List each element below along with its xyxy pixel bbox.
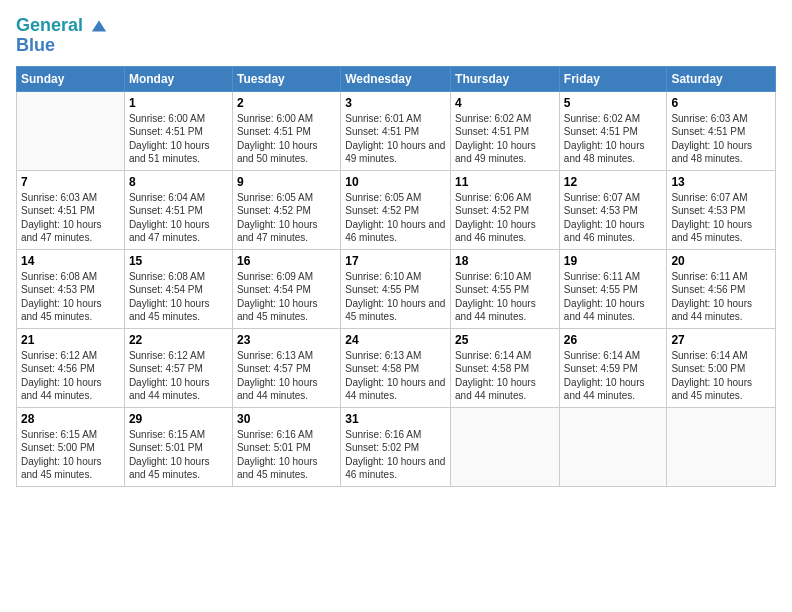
day-info: Sunrise: 6:12 AMSunset: 4:56 PMDaylight:… xyxy=(21,349,120,403)
day-info: Sunrise: 6:10 AMSunset: 4:55 PMDaylight:… xyxy=(345,270,446,324)
logo-blue: Blue xyxy=(16,36,108,56)
day-number: 25 xyxy=(455,333,555,347)
calendar-cell: 27Sunrise: 6:14 AMSunset: 5:00 PMDayligh… xyxy=(667,328,776,407)
calendar-cell: 19Sunrise: 6:11 AMSunset: 4:55 PMDayligh… xyxy=(559,249,667,328)
day-info: Sunrise: 6:09 AMSunset: 4:54 PMDaylight:… xyxy=(237,270,336,324)
svg-marker-0 xyxy=(92,21,106,32)
day-info: Sunrise: 6:00 AMSunset: 4:51 PMDaylight:… xyxy=(129,112,228,166)
calendar-cell: 10Sunrise: 6:05 AMSunset: 4:52 PMDayligh… xyxy=(341,170,451,249)
day-info: Sunrise: 6:00 AMSunset: 4:51 PMDaylight:… xyxy=(237,112,336,166)
calendar-cell: 23Sunrise: 6:13 AMSunset: 4:57 PMDayligh… xyxy=(232,328,340,407)
calendar-day-header: Sunday xyxy=(17,66,125,91)
calendar-cell: 22Sunrise: 6:12 AMSunset: 4:57 PMDayligh… xyxy=(124,328,232,407)
day-number: 4 xyxy=(455,96,555,110)
calendar-cell: 12Sunrise: 6:07 AMSunset: 4:53 PMDayligh… xyxy=(559,170,667,249)
calendar-week-row: 1Sunrise: 6:00 AMSunset: 4:51 PMDaylight… xyxy=(17,91,776,170)
calendar-cell: 7Sunrise: 6:03 AMSunset: 4:51 PMDaylight… xyxy=(17,170,125,249)
calendar-cell: 26Sunrise: 6:14 AMSunset: 4:59 PMDayligh… xyxy=(559,328,667,407)
day-number: 17 xyxy=(345,254,446,268)
day-number: 19 xyxy=(564,254,663,268)
day-info: Sunrise: 6:11 AMSunset: 4:55 PMDaylight:… xyxy=(564,270,663,324)
day-info: Sunrise: 6:16 AMSunset: 5:02 PMDaylight:… xyxy=(345,428,446,482)
day-number: 6 xyxy=(671,96,771,110)
calendar-cell: 5Sunrise: 6:02 AMSunset: 4:51 PMDaylight… xyxy=(559,91,667,170)
day-info: Sunrise: 6:10 AMSunset: 4:55 PMDaylight:… xyxy=(455,270,555,324)
calendar-week-row: 28Sunrise: 6:15 AMSunset: 5:00 PMDayligh… xyxy=(17,407,776,486)
calendar-cell: 15Sunrise: 6:08 AMSunset: 4:54 PMDayligh… xyxy=(124,249,232,328)
day-number: 1 xyxy=(129,96,228,110)
calendar-cell: 31Sunrise: 6:16 AMSunset: 5:02 PMDayligh… xyxy=(341,407,451,486)
day-number: 15 xyxy=(129,254,228,268)
day-info: Sunrise: 6:15 AMSunset: 5:00 PMDaylight:… xyxy=(21,428,120,482)
calendar-week-row: 7Sunrise: 6:03 AMSunset: 4:51 PMDaylight… xyxy=(17,170,776,249)
day-info: Sunrise: 6:08 AMSunset: 4:53 PMDaylight:… xyxy=(21,270,120,324)
day-info: Sunrise: 6:05 AMSunset: 4:52 PMDaylight:… xyxy=(237,191,336,245)
calendar-cell xyxy=(451,407,560,486)
calendar-cell: 3Sunrise: 6:01 AMSunset: 4:51 PMDaylight… xyxy=(341,91,451,170)
calendar-cell: 1Sunrise: 6:00 AMSunset: 4:51 PMDaylight… xyxy=(124,91,232,170)
day-info: Sunrise: 6:04 AMSunset: 4:51 PMDaylight:… xyxy=(129,191,228,245)
calendar-header-row: SundayMondayTuesdayWednesdayThursdayFrid… xyxy=(17,66,776,91)
day-info: Sunrise: 6:14 AMSunset: 4:59 PMDaylight:… xyxy=(564,349,663,403)
calendar-cell: 25Sunrise: 6:14 AMSunset: 4:58 PMDayligh… xyxy=(451,328,560,407)
day-info: Sunrise: 6:02 AMSunset: 4:51 PMDaylight:… xyxy=(564,112,663,166)
calendar-week-row: 14Sunrise: 6:08 AMSunset: 4:53 PMDayligh… xyxy=(17,249,776,328)
calendar-day-header: Wednesday xyxy=(341,66,451,91)
day-info: Sunrise: 6:06 AMSunset: 4:52 PMDaylight:… xyxy=(455,191,555,245)
day-number: 14 xyxy=(21,254,120,268)
day-number: 13 xyxy=(671,175,771,189)
day-number: 22 xyxy=(129,333,228,347)
day-info: Sunrise: 6:08 AMSunset: 4:54 PMDaylight:… xyxy=(129,270,228,324)
day-info: Sunrise: 6:16 AMSunset: 5:01 PMDaylight:… xyxy=(237,428,336,482)
calendar-cell: 14Sunrise: 6:08 AMSunset: 4:53 PMDayligh… xyxy=(17,249,125,328)
calendar-day-header: Friday xyxy=(559,66,667,91)
logo-text: General xyxy=(16,16,108,36)
calendar-cell xyxy=(559,407,667,486)
calendar-cell: 11Sunrise: 6:06 AMSunset: 4:52 PMDayligh… xyxy=(451,170,560,249)
day-number: 2 xyxy=(237,96,336,110)
calendar-cell xyxy=(17,91,125,170)
day-number: 11 xyxy=(455,175,555,189)
day-info: Sunrise: 6:15 AMSunset: 5:01 PMDaylight:… xyxy=(129,428,228,482)
day-info: Sunrise: 6:13 AMSunset: 4:58 PMDaylight:… xyxy=(345,349,446,403)
day-number: 21 xyxy=(21,333,120,347)
day-number: 3 xyxy=(345,96,446,110)
day-number: 16 xyxy=(237,254,336,268)
day-number: 12 xyxy=(564,175,663,189)
calendar-cell xyxy=(667,407,776,486)
day-info: Sunrise: 6:03 AMSunset: 4:51 PMDaylight:… xyxy=(671,112,771,166)
day-info: Sunrise: 6:13 AMSunset: 4:57 PMDaylight:… xyxy=(237,349,336,403)
calendar-cell: 16Sunrise: 6:09 AMSunset: 4:54 PMDayligh… xyxy=(232,249,340,328)
calendar-cell: 28Sunrise: 6:15 AMSunset: 5:00 PMDayligh… xyxy=(17,407,125,486)
calendar-cell: 8Sunrise: 6:04 AMSunset: 4:51 PMDaylight… xyxy=(124,170,232,249)
calendar-cell: 9Sunrise: 6:05 AMSunset: 4:52 PMDaylight… xyxy=(232,170,340,249)
day-number: 9 xyxy=(237,175,336,189)
day-info: Sunrise: 6:11 AMSunset: 4:56 PMDaylight:… xyxy=(671,270,771,324)
day-info: Sunrise: 6:05 AMSunset: 4:52 PMDaylight:… xyxy=(345,191,446,245)
calendar-cell: 21Sunrise: 6:12 AMSunset: 4:56 PMDayligh… xyxy=(17,328,125,407)
day-info: Sunrise: 6:14 AMSunset: 4:58 PMDaylight:… xyxy=(455,349,555,403)
calendar-cell: 4Sunrise: 6:02 AMSunset: 4:51 PMDaylight… xyxy=(451,91,560,170)
day-number: 7 xyxy=(21,175,120,189)
day-info: Sunrise: 6:12 AMSunset: 4:57 PMDaylight:… xyxy=(129,349,228,403)
day-number: 20 xyxy=(671,254,771,268)
day-number: 10 xyxy=(345,175,446,189)
calendar-table: SundayMondayTuesdayWednesdayThursdayFrid… xyxy=(16,66,776,487)
day-info: Sunrise: 6:07 AMSunset: 4:53 PMDaylight:… xyxy=(671,191,771,245)
calendar-cell: 18Sunrise: 6:10 AMSunset: 4:55 PMDayligh… xyxy=(451,249,560,328)
day-number: 24 xyxy=(345,333,446,347)
day-number: 23 xyxy=(237,333,336,347)
day-info: Sunrise: 6:03 AMSunset: 4:51 PMDaylight:… xyxy=(21,191,120,245)
day-info: Sunrise: 6:14 AMSunset: 5:00 PMDaylight:… xyxy=(671,349,771,403)
calendar-cell: 30Sunrise: 6:16 AMSunset: 5:01 PMDayligh… xyxy=(232,407,340,486)
day-info: Sunrise: 6:07 AMSunset: 4:53 PMDaylight:… xyxy=(564,191,663,245)
day-info: Sunrise: 6:02 AMSunset: 4:51 PMDaylight:… xyxy=(455,112,555,166)
day-number: 8 xyxy=(129,175,228,189)
logo: General Blue xyxy=(16,16,108,56)
day-number: 29 xyxy=(129,412,228,426)
page-header: General Blue xyxy=(16,16,776,56)
calendar-cell: 17Sunrise: 6:10 AMSunset: 4:55 PMDayligh… xyxy=(341,249,451,328)
day-number: 30 xyxy=(237,412,336,426)
day-number: 31 xyxy=(345,412,446,426)
day-number: 28 xyxy=(21,412,120,426)
